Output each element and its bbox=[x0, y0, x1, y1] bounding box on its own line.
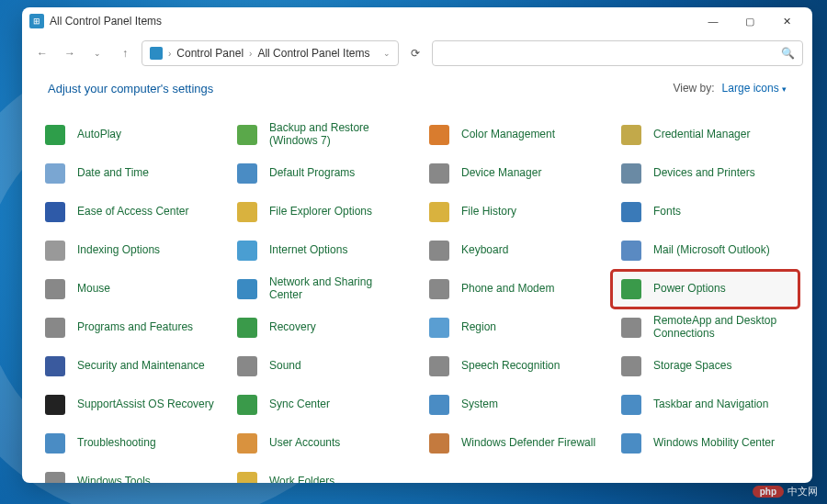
breadcrumb-current[interactable]: All Control Panel Items bbox=[257, 47, 369, 60]
control-panel-item[interactable]: Speech Recognition bbox=[421, 349, 606, 384]
breadcrumb-root[interactable]: Control Panel bbox=[176, 47, 244, 60]
item-label: Programs and Features bbox=[77, 321, 193, 334]
item-icon bbox=[42, 276, 68, 302]
item-icon bbox=[234, 161, 260, 186]
control-panel-item[interactable]: Recovery bbox=[229, 310, 414, 345]
control-panel-icon: ⊞ bbox=[29, 14, 44, 28]
control-panel-item[interactable]: Fonts bbox=[613, 195, 798, 230]
control-panel-item[interactable]: Taskbar and Navigation bbox=[613, 387, 798, 422]
page-title: Adjust your computer's settings bbox=[48, 82, 213, 95]
item-label: Default Programs bbox=[269, 167, 355, 180]
control-panel-item[interactable]: Power Options bbox=[613, 272, 798, 307]
item-icon bbox=[618, 353, 644, 379]
item-label: AutoPlay bbox=[77, 129, 121, 141]
control-panel-item[interactable]: Date and Time bbox=[37, 156, 221, 191]
control-panel-item[interactable]: Indexing Options bbox=[37, 233, 221, 268]
item-icon bbox=[426, 199, 452, 225]
control-panel-item[interactable]: AutoPlay bbox=[37, 118, 221, 152]
item-icon bbox=[618, 199, 644, 225]
item-label: User Accounts bbox=[269, 437, 340, 450]
control-panel-item[interactable]: File History bbox=[421, 195, 606, 230]
recent-dropdown[interactable]: ⌄ bbox=[86, 42, 108, 64]
control-panel-item[interactable]: Color Management bbox=[421, 118, 606, 152]
control-panel-item[interactable]: Storage Spaces bbox=[613, 349, 798, 384]
search-input[interactable]: 🔍 bbox=[432, 40, 803, 66]
item-icon bbox=[42, 199, 68, 225]
close-button[interactable]: ✕ bbox=[768, 8, 805, 34]
back-button[interactable]: ← bbox=[31, 42, 53, 64]
control-panel-item[interactable]: Keyboard bbox=[421, 233, 606, 268]
minimize-button[interactable]: — bbox=[695, 8, 731, 34]
item-label: Sound bbox=[269, 360, 301, 373]
viewby-selector[interactable]: Large icons ▾ bbox=[722, 82, 787, 95]
item-icon bbox=[42, 469, 68, 483]
control-panel-item[interactable]: File Explorer Options bbox=[229, 195, 414, 230]
control-panel-item[interactable]: Programs and Features bbox=[37, 310, 221, 345]
item-icon bbox=[234, 238, 260, 263]
item-icon bbox=[234, 353, 260, 379]
control-panel-item[interactable]: Device Manager bbox=[421, 156, 606, 191]
item-label: Sync Center bbox=[269, 398, 330, 411]
control-panel-item[interactable]: Troubleshooting bbox=[37, 426, 221, 461]
chevron-down-icon: ▾ bbox=[782, 84, 787, 94]
titlebar[interactable]: ⊞ All Control Panel Items — ▢ ✕ bbox=[22, 7, 812, 35]
control-panel-item[interactable]: Windows Mobility Center bbox=[613, 426, 798, 461]
control-panel-item[interactable]: Backup and Restore (Windows 7) bbox=[229, 118, 414, 152]
refresh-button[interactable]: ⟳ bbox=[404, 42, 426, 64]
item-icon bbox=[618, 431, 644, 456]
item-label: File History bbox=[461, 206, 516, 218]
item-icon bbox=[618, 238, 644, 263]
control-panel-item[interactable]: Security and Maintenance bbox=[37, 349, 221, 384]
item-icon bbox=[42, 431, 68, 456]
watermark-text: 中文网 bbox=[787, 485, 818, 498]
up-button[interactable]: ↑ bbox=[114, 42, 136, 64]
item-label: Taskbar and Navigation bbox=[653, 398, 768, 411]
control-panel-item[interactable]: SupportAssist OS Recovery bbox=[37, 387, 221, 422]
item-icon bbox=[42, 392, 68, 418]
control-panel-item[interactable]: Network and Sharing Center bbox=[229, 272, 414, 307]
item-icon bbox=[42, 315, 68, 341]
control-panel-item[interactable]: RemoteApp and Desktop Connections bbox=[613, 310, 798, 345]
item-icon bbox=[426, 392, 452, 418]
control-panel-item[interactable]: Windows Defender Firewall bbox=[421, 426, 606, 461]
item-icon bbox=[426, 353, 452, 379]
control-panel-item[interactable]: Phone and Modem bbox=[421, 272, 606, 307]
search-icon: 🔍 bbox=[781, 47, 795, 60]
content-header: Adjust your computer's settings View by:… bbox=[22, 72, 812, 105]
address-bar[interactable]: › Control Panel › All Control Panel Item… bbox=[142, 40, 399, 66]
item-label: Phone and Modem bbox=[461, 283, 554, 296]
item-icon bbox=[426, 276, 452, 302]
control-panel-item[interactable]: Internet Options bbox=[229, 233, 414, 268]
forward-button[interactable]: → bbox=[59, 42, 81, 64]
control-panel-item[interactable]: Mouse bbox=[37, 272, 221, 307]
chevron-down-icon[interactable]: ⌄ bbox=[383, 49, 391, 58]
control-panel-item[interactable]: Devices and Printers bbox=[613, 156, 798, 191]
toolbar: ← → ⌄ ↑ › Control Panel › All Control Pa… bbox=[22, 35, 812, 72]
item-label: Color Management bbox=[461, 129, 555, 141]
item-icon bbox=[42, 122, 68, 148]
control-panel-item[interactable]: Sync Center bbox=[229, 387, 414, 422]
maximize-button[interactable]: ▢ bbox=[731, 8, 768, 34]
item-label: Mouse bbox=[77, 283, 110, 296]
control-panel-item[interactable]: System bbox=[421, 387, 606, 422]
control-panel-item[interactable]: Credential Manager bbox=[613, 118, 798, 152]
control-panel-item[interactable]: Windows Tools bbox=[37, 465, 221, 483]
control-panel-item[interactable]: Region bbox=[421, 310, 606, 345]
item-label: Device Manager bbox=[461, 167, 541, 180]
item-label: Work Folders bbox=[269, 476, 334, 483]
item-icon bbox=[42, 353, 68, 379]
control-panel-item[interactable]: Ease of Access Center bbox=[37, 195, 221, 230]
item-label: Windows Mobility Center bbox=[653, 437, 775, 450]
control-panel-item[interactable]: Mail (Microsoft Outlook) bbox=[613, 233, 798, 268]
control-panel-item[interactable]: Work Folders bbox=[229, 465, 414, 483]
item-label: SupportAssist OS Recovery bbox=[77, 398, 214, 411]
item-icon bbox=[618, 122, 644, 148]
item-label: Network and Sharing Center bbox=[269, 276, 408, 302]
control-panel-item[interactable]: Default Programs bbox=[229, 156, 414, 191]
item-icon bbox=[234, 315, 260, 341]
item-label: Indexing Options bbox=[77, 244, 160, 257]
watermark-badge: php bbox=[753, 486, 784, 498]
item-label: File Explorer Options bbox=[269, 206, 372, 218]
control-panel-item[interactable]: User Accounts bbox=[229, 426, 414, 461]
control-panel-item[interactable]: Sound bbox=[229, 349, 414, 384]
